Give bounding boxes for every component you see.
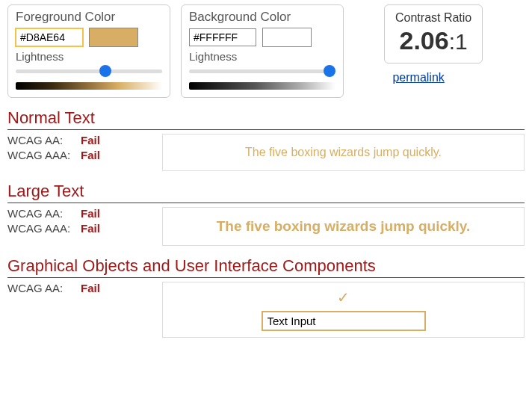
foreground-lightness-label: Lightness — [16, 50, 162, 63]
normal-aa-result: Fail — [81, 134, 100, 146]
background-lightness-label: Lightness — [189, 50, 335, 63]
background-title: Background Color — [189, 10, 335, 25]
large-aaa-result: Fail — [81, 222, 100, 235]
foreground-swatch[interactable] — [89, 28, 138, 47]
check-icon: ✓ — [337, 288, 350, 306]
contrast-ratio-box: Contrast Ratio 2.06:1 — [384, 4, 483, 64]
normal-aa-label: WCAG AA: — [7, 134, 81, 146]
background-hex-input[interactable] — [189, 28, 256, 46]
large-aa-result: Fail — [81, 207, 100, 220]
background-swatch[interactable] — [262, 28, 312, 47]
normal-text-heading: Normal Text — [7, 108, 525, 130]
contrast-ratio-value: 2.06:1 — [395, 26, 471, 55]
background-panel: Background Color Lightness — [181, 4, 344, 98]
foreground-panel: Foreground Color Lightness — [7, 4, 170, 98]
normal-aaa-label: WCAG AAA: — [7, 149, 81, 161]
sample-text-input[interactable] — [262, 311, 426, 331]
permalink-link[interactable]: permalink — [392, 71, 444, 84]
large-aaa-label: WCAG AAA: — [7, 222, 81, 235]
foreground-lightness-slider[interactable] — [16, 64, 162, 78]
ui-sample-box: ✓ — [162, 282, 525, 338]
foreground-title: Foreground Color — [16, 10, 162, 25]
contrast-ratio-label: Contrast Ratio — [395, 11, 471, 25]
large-aa-label: WCAG AA: — [7, 207, 81, 220]
normal-text-sample: The five boxing wizards jump quickly. — [162, 134, 525, 171]
background-lightness-slider[interactable] — [189, 64, 335, 78]
large-text-heading: Large Text — [7, 182, 525, 203]
foreground-hex-input[interactable] — [16, 28, 83, 46]
ui-aa-label: WCAG AA: — [7, 282, 81, 294]
large-text-sample: The five boxing wizards jump quickly. — [162, 207, 525, 246]
normal-aaa-result: Fail — [81, 149, 100, 161]
foreground-hue-gradient[interactable] — [16, 82, 162, 90]
ui-components-heading: Graphical Objects and User Interface Com… — [7, 256, 525, 278]
background-hue-gradient[interactable] — [189, 82, 335, 90]
ui-aa-result: Fail — [81, 282, 100, 294]
